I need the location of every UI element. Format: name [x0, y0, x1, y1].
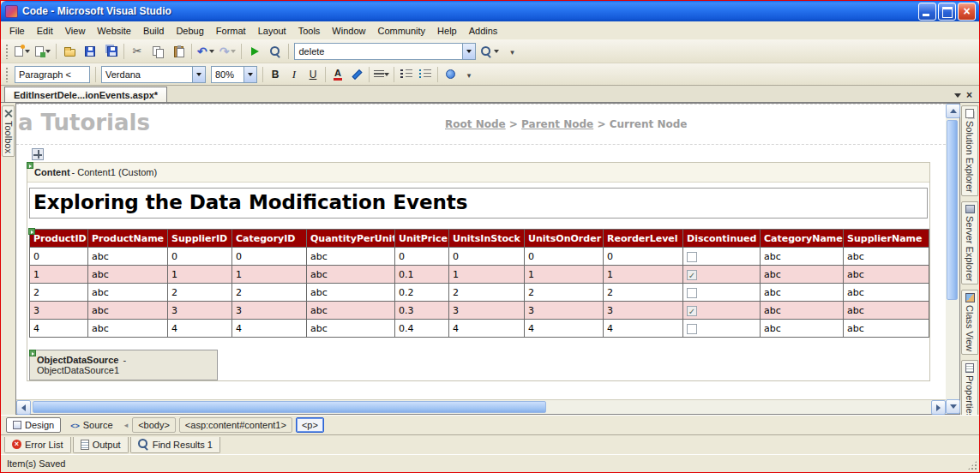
menu-item-website[interactable]: Website: [91, 23, 137, 39]
bold-button[interactable]: B: [266, 66, 285, 83]
add-item-button[interactable]: [33, 42, 53, 61]
save-all-button[interactable]: [100, 42, 121, 61]
paste-button[interactable]: [168, 42, 189, 61]
view-in-browser-button[interactable]: [265, 42, 286, 61]
scroll-down-button[interactable]: [946, 399, 960, 414]
vertical-scroll-thumb[interactable]: [947, 120, 958, 300]
alignment-button[interactable]: [372, 66, 391, 83]
toolbar-options-button[interactable]: [460, 66, 478, 83]
block-format-combo[interactable]: Paragraph <: [15, 66, 90, 83]
save-button[interactable]: [80, 42, 100, 61]
design-view-button[interactable]: Design: [6, 417, 61, 433]
horizontal-scrollbar[interactable]: [16, 399, 946, 414]
menu-item-community[interactable]: Community: [371, 23, 431, 39]
breadcrumb-separator: >: [593, 118, 609, 130]
breadcrumb-link[interactable]: Parent Node: [521, 118, 593, 130]
toolbar-options-icon: [510, 46, 514, 57]
menu-item-view[interactable]: View: [59, 23, 92, 39]
menu-item-debug[interactable]: Debug: [170, 23, 209, 39]
font-color-button[interactable]: A: [328, 66, 347, 83]
italic-button[interactable]: I: [285, 66, 304, 83]
active-files-dropdown-icon[interactable]: [954, 93, 961, 98]
side-tab-server-explorer[interactable]: Server Explorer: [961, 201, 978, 284]
menu-item-layout[interactable]: Layout: [252, 23, 292, 39]
underline-button[interactable]: U: [304, 66, 322, 83]
scroll-left-button[interactable]: [16, 400, 31, 415]
standard-toolbar: delete: [1, 40, 979, 63]
copy-button[interactable]: [147, 42, 168, 61]
side-tab-solution-explorer[interactable]: Solution Explorer: [961, 105, 978, 196]
scroll-right-button[interactable]: [931, 400, 946, 415]
find-button[interactable]: [478, 42, 502, 61]
toolbar-options-button[interactable]: [502, 42, 522, 61]
horizontal-scroll-thumb[interactable]: [33, 401, 546, 413]
menu-item-window[interactable]: Window: [326, 23, 371, 39]
vertical-scroll-track[interactable]: [946, 118, 959, 399]
search-combo[interactable]: delete: [294, 43, 476, 60]
font-name-combo[interactable]: Verdana: [101, 66, 206, 83]
start-debug-button[interactable]: [244, 42, 265, 61]
panel-tab-find-results[interactable]: Find Results 1: [130, 437, 220, 453]
menu-item-addins[interactable]: Addins: [463, 23, 504, 39]
undo-button[interactable]: [195, 42, 217, 61]
font-name-dropdown-button[interactable]: [192, 67, 205, 82]
font-size-combo[interactable]: 80%: [211, 66, 257, 83]
dropdown-caret-icon: [231, 50, 236, 53]
grid-cell: 4: [168, 320, 232, 338]
toolbox-tab[interactable]: Toolbox: [2, 105, 15, 157]
close-document-icon[interactable]: ×: [966, 91, 972, 99]
tag-navigator-item[interactable]: <p>: [296, 417, 324, 433]
toolbar-grip[interactable]: [5, 44, 9, 59]
move-handle-icon[interactable]: [32, 148, 44, 160]
toolbar-separator: [394, 67, 394, 82]
breadcrumb-link[interactable]: Root Node: [445, 118, 506, 130]
highlight-button[interactable]: [347, 66, 366, 83]
content-control-header[interactable]: Content - Content1 (Custom): [27, 163, 929, 183]
numbered-list-button[interactable]: [397, 66, 416, 83]
minimize-button[interactable]: [918, 3, 936, 21]
menu-item-format[interactable]: Format: [210, 23, 252, 39]
menu-item-edit[interactable]: Edit: [31, 23, 59, 39]
horizontal-scroll-track[interactable]: [31, 400, 931, 414]
side-tab-class-view[interactable]: Class View: [961, 290, 978, 355]
toolbar-grip[interactable]: [5, 67, 9, 82]
design-surface[interactable]: a Tutorials Root Node > Parent Node > Cu…: [16, 104, 946, 399]
numbered-list-icon: [400, 69, 412, 79]
tag-navigator-scroll-left-icon[interactable]: ◂: [123, 421, 130, 429]
new-file-button[interactable]: [12, 42, 33, 61]
title-bar[interactable]: Code - Microsoft Visual Studio: [1, 1, 979, 21]
open-file-button[interactable]: [59, 42, 80, 61]
hyperlink-button[interactable]: [441, 66, 460, 83]
resize-grip[interactable]: [967, 460, 977, 470]
redo-button[interactable]: [217, 42, 239, 61]
grid-cell: abc: [88, 248, 168, 266]
menu-item-file[interactable]: File: [3, 23, 31, 39]
tag-navigator-item[interactable]: <body>: [132, 417, 176, 433]
source-view-button[interactable]: Source: [63, 417, 119, 433]
grid-row: 3abc33abc0.3333✓abcabc: [30, 302, 929, 320]
toolbar-separator: [437, 67, 438, 82]
content-control[interactable]: Content - Content1 (Custom) Exploring th…: [27, 162, 930, 381]
grid-cell: 0: [525, 248, 604, 266]
dropdown-caret-icon: [209, 50, 214, 53]
bullet-list-button[interactable]: [416, 66, 435, 83]
status-bar: Item(s) Saved: [1, 454, 979, 472]
menu-item-build[interactable]: Build: [137, 23, 170, 39]
scroll-up-button[interactable]: [946, 104, 960, 118]
menu-item-help[interactable]: Help: [431, 23, 463, 39]
panel-tab-error-list[interactable]: Error List: [4, 437, 71, 453]
selected-paragraph[interactable]: Exploring the Data Modification Events: [29, 188, 928, 219]
side-tab-properties[interactable]: Properties: [961, 360, 978, 422]
gridview-control[interactable]: ProductIDProductNameSupplierIDCategoryID…: [29, 229, 928, 338]
close-button[interactable]: [958, 3, 976, 21]
panel-tab-output[interactable]: Output: [73, 437, 129, 453]
objectdatasource-control[interactable]: ObjectDataSource - ObjectDataSource1: [29, 350, 218, 380]
vertical-scrollbar[interactable]: [946, 103, 960, 415]
maximize-button[interactable]: [938, 3, 956, 21]
tag-navigator-item[interactable]: <asp:content#content1>: [179, 417, 292, 433]
document-tab[interactable]: EditInsertDele...ionEvents.aspx*: [4, 87, 167, 102]
font-size-dropdown-button[interactable]: [243, 67, 256, 82]
search-combo-dropdown-button[interactable]: [462, 44, 475, 59]
menu-item-tools[interactable]: Tools: [292, 23, 327, 39]
cut-button[interactable]: [127, 42, 147, 61]
